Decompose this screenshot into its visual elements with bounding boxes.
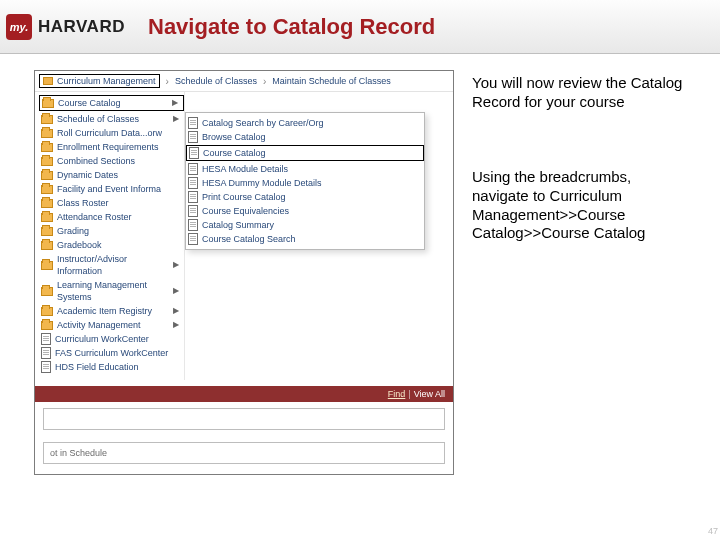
document-icon <box>41 347 51 359</box>
folder-icon <box>41 307 53 316</box>
nav-flyout-item[interactable]: Course Equivalencies <box>186 204 424 218</box>
content-below: Find | View All ot in Schedule <box>35 386 453 474</box>
document-icon <box>188 219 198 231</box>
nav-item-label: Course Equivalencies <box>202 205 289 217</box>
folder-icon <box>41 261 53 270</box>
breadcrumb-curriculum-management[interactable]: Curriculum Management <box>39 74 160 88</box>
folder-icon <box>42 99 54 108</box>
nav-item-label: Academic Item Registry <box>57 305 152 317</box>
folder-icon <box>41 143 53 152</box>
nav-flyout-item[interactable]: Print Course Catalog <box>186 190 424 204</box>
nav-item-label: Learning Management Systems <box>57 279 169 303</box>
nav-left-item[interactable]: Activity Management▶ <box>39 318 184 332</box>
chevron-right-icon: ▶ <box>173 305 182 317</box>
document-icon <box>189 147 199 159</box>
nav-flyout-item[interactable]: Catalog Search by Career/Org <box>186 116 424 130</box>
chevron-right-icon: › <box>166 76 169 87</box>
folder-icon <box>41 321 53 330</box>
nav-flyout-item[interactable]: Catalog Summary <box>186 218 424 232</box>
nav-item-label: Attendance Roster <box>57 211 132 223</box>
nav-flyout-item[interactable]: Course Catalog Search <box>186 232 424 246</box>
nav-item-label: Dynamic Dates <box>57 169 118 181</box>
logo: my. HARVARD <box>0 14 140 40</box>
document-icon <box>188 117 198 129</box>
nav-flyout-item[interactable]: Browse Catalog <box>186 130 424 144</box>
folder-icon <box>41 241 53 250</box>
document-icon <box>188 163 198 175</box>
nav-item-label: Instructor/Advisor Information <box>57 253 169 277</box>
nav-item-label: Combined Sections <box>57 155 135 167</box>
nav-item-label: Catalog Search by Career/Org <box>202 117 324 129</box>
nav-left-item[interactable]: Course Catalog▶ <box>39 95 184 111</box>
nav-panes: Course Catalog▶Schedule of Classes▶Roll … <box>35 92 453 380</box>
chevron-right-icon: ▶ <box>173 113 182 125</box>
screenshot-panel: Curriculum Management › Schedule of Clas… <box>34 70 454 475</box>
instruction-paragraph-1: You will now review the Catalog Record f… <box>472 74 692 112</box>
nav-left-item[interactable]: Class Roster <box>39 196 184 210</box>
nav-item-label: FAS Curriculum WorkCenter <box>55 347 168 359</box>
nav-left-item[interactable]: Attendance Roster <box>39 210 184 224</box>
breadcrumb: Curriculum Management › Schedule of Clas… <box>35 71 453 92</box>
nav-item-label: Gradebook <box>57 239 102 251</box>
folder-icon <box>43 77 53 85</box>
breadcrumb-label: Schedule of Classes <box>175 76 257 86</box>
breadcrumb-maintain-schedule[interactable]: Maintain Schedule of Classes <box>272 76 391 86</box>
nav-item-label: Activity Management <box>57 319 141 331</box>
nav-left-item[interactable]: Curriculum WorkCenter <box>39 332 184 346</box>
nav-item-label: Course Catalog <box>203 147 266 159</box>
logo-my-text: my. <box>10 21 29 33</box>
nav-left-item[interactable]: Dynamic Dates <box>39 168 184 182</box>
folder-icon <box>41 157 53 166</box>
nav-item-label: HDS Field Education <box>55 361 139 373</box>
nav-left-item[interactable]: Gradebook <box>39 238 184 252</box>
nav-left-item[interactable]: Enrollment Requirements <box>39 140 184 154</box>
nav-flyout-item[interactable]: HESA Dummy Module Details <box>186 176 424 190</box>
chevron-right-icon: ▶ <box>173 285 182 297</box>
folder-icon <box>41 129 53 138</box>
breadcrumb-schedule-of-classes[interactable]: Schedule of Classes <box>175 76 257 86</box>
bottom-tiles: ot in Schedule <box>35 402 453 474</box>
nav-item-label: Print Course Catalog <box>202 191 286 203</box>
nav-item-label: Catalog Summary <box>202 219 274 231</box>
nav-left-item[interactable]: Roll Curriculum Data...orw <box>39 126 184 140</box>
nav-left-item[interactable]: Facility and Event Informa <box>39 182 184 196</box>
document-icon <box>188 191 198 203</box>
chevron-right-icon: ▶ <box>173 259 182 271</box>
logo-badge-icon: my. <box>6 14 32 40</box>
nav-item-label: Roll Curriculum Data...orw <box>57 127 162 139</box>
logo-text: HARVARD <box>38 17 125 37</box>
document-icon <box>41 333 51 345</box>
document-icon <box>188 205 198 217</box>
folder-icon <box>41 213 53 222</box>
nav-left-item[interactable]: Learning Management Systems▶ <box>39 278 184 304</box>
folder-icon <box>41 171 53 180</box>
nav-flyout-pane: Catalog Search by Career/OrgBrowse Catal… <box>185 112 425 250</box>
nav-item-label: Grading <box>57 225 89 237</box>
folder-icon <box>41 115 53 124</box>
nav-item-label: Schedule of Classes <box>57 113 139 125</box>
nav-left-item[interactable]: Grading <box>39 224 184 238</box>
separator: | <box>408 389 410 399</box>
document-icon <box>188 177 198 189</box>
nav-left-pane: Course Catalog▶Schedule of Classes▶Roll … <box>35 92 185 380</box>
view-all-link[interactable]: View All <box>414 389 445 399</box>
document-icon <box>41 361 51 373</box>
instruction-paragraph-2: Using the breadcrumbs, navigate to Curri… <box>472 168 692 243</box>
nav-left-item[interactable]: HDS Field Education <box>39 360 184 374</box>
nav-item-label: Curriculum WorkCenter <box>55 333 149 345</box>
nav-left-item[interactable]: FAS Curriculum WorkCenter <box>39 346 184 360</box>
nav-flyout-item[interactable]: Course Catalog <box>186 145 424 161</box>
folder-icon <box>41 287 53 296</box>
nav-left-item[interactable]: Instructor/Advisor Information▶ <box>39 252 184 278</box>
slide-body: Curriculum Management › Schedule of Clas… <box>0 62 720 540</box>
nav-item-label: Class Roster <box>57 197 109 209</box>
folder-icon <box>41 227 53 236</box>
nav-flyout-item[interactable]: HESA Module Details <box>186 162 424 176</box>
nav-left-item[interactable]: Academic Item Registry▶ <box>39 304 184 318</box>
nav-item-label: Course Catalog <box>58 97 121 109</box>
tile-not-in-schedule: ot in Schedule <box>43 442 445 464</box>
find-link[interactable]: Find <box>388 389 406 399</box>
nav-left-item[interactable]: Combined Sections <box>39 154 184 168</box>
nav-left-item[interactable]: Schedule of Classes▶ <box>39 112 184 126</box>
folder-icon <box>41 199 53 208</box>
